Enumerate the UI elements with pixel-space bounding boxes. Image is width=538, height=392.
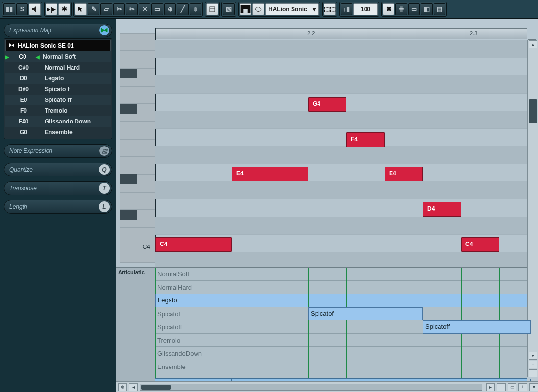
expression-map-row[interactable]: F#0Glissando Down: [5, 116, 111, 127]
show-info-button[interactable]: [206, 3, 218, 15]
scroll-thumb[interactable]: [141, 385, 171, 390]
midi-note[interactable]: D4: [423, 202, 461, 217]
articulation-event[interactable]: Legato: [155, 294, 308, 307]
toolbar: ▮▮ S ▸|▸ ✱ ✎ ▱ ✂ ✂ ✕ ▭ ⊕ ╱ ⎅ ▧ ▛▜ HALion…: [0, 0, 538, 19]
snap-button[interactable]: ✖: [383, 3, 394, 15]
quantize-header[interactable]: QuantizeQ: [4, 163, 112, 176]
zoom-tool[interactable]: ⊕: [164, 3, 176, 15]
length-header[interactable]: LengthL: [4, 200, 112, 214]
articulation-row[interactable]: Tremolo: [155, 334, 527, 347]
expression-map-row[interactable]: ▶C0◀Normal Soft: [5, 51, 111, 62]
suspend-autoscroll-button[interactable]: ✱: [58, 3, 70, 15]
note-expression-header[interactable]: Note Expression▧: [4, 144, 112, 158]
solo-button[interactable]: S: [16, 3, 28, 15]
midi-note[interactable]: E4: [385, 167, 423, 181]
expression-map-row[interactable]: D0Legato: [5, 73, 111, 84]
line-tool[interactable]: ╱: [177, 3, 189, 15]
zoom-in-h-button[interactable]: +: [518, 383, 527, 391]
articulation-event[interactable]: Spicatoff: [423, 320, 531, 334]
midi-note[interactable]: G4: [308, 97, 346, 112]
pointer-tool[interactable]: [75, 3, 87, 15]
quantize-preset-button[interactable]: ▭: [408, 3, 420, 15]
mute-tool[interactable]: ✕: [139, 3, 150, 15]
bowtie-icon: [9, 43, 15, 49]
scroll-right-button[interactable]: ▸: [486, 383, 495, 391]
instrument-name-field[interactable]: HALion Sonic▾: [265, 3, 319, 15]
expression-map-panel: Expression Map HALion Sonic SE 01 ▶C0◀No…: [4, 24, 112, 139]
iterative-q-button[interactable]: ◧: [421, 3, 433, 15]
zoom-menu-button[interactable]: ▾: [529, 383, 538, 391]
expression-map-title[interactable]: HALion Sonic SE 01: [5, 40, 111, 51]
articulation-row[interactable]: Ensemble: [155, 360, 527, 373]
expression-map-row[interactable]: D#0Spicato f: [5, 84, 111, 95]
articulation-event[interactable]: Spicatof: [308, 307, 423, 320]
expression-map-row[interactable]: F0Tremolo: [5, 105, 111, 116]
expression-map-row[interactable]: G0Ensemble: [5, 127, 111, 138]
insert-mode-button[interactable]: ⬚⬚: [324, 3, 336, 15]
insert-velocity-icon[interactable]: ↓▮: [341, 3, 352, 15]
auto-scroll-button[interactable]: ▸|▸: [46, 3, 57, 15]
expression-map-row[interactable]: E0Spicato ff: [5, 95, 111, 105]
split-tool[interactable]: ✂: [126, 3, 138, 15]
acoustic-feedback-button[interactable]: [29, 3, 41, 15]
part-indicator[interactable]: ▛▜: [240, 3, 251, 15]
zoom-out-v-button[interactable]: −: [529, 361, 537, 368]
trim-tool[interactable]: ✂: [113, 3, 125, 15]
scroll-left-button[interactable]: ◂: [129, 383, 138, 391]
midi-note[interactable]: C4: [461, 237, 499, 252]
articulation-grid[interactable]: NormalSoftNormalHardLegatoSpicatofSpicat…: [155, 268, 527, 385]
zoom-out-h-button[interactable]: −: [497, 383, 506, 391]
bowtie-icon[interactable]: [99, 25, 110, 36]
zoom-in-v-button[interactable]: +: [529, 369, 537, 377]
articulation-lane: Articulatic NormalSoftNormalHardLegatoSp…: [116, 267, 527, 385]
scroll-thumb[interactable]: [529, 99, 537, 123]
glue-tool[interactable]: ▭: [151, 3, 163, 15]
transpose-header[interactable]: TransposeT: [4, 181, 112, 195]
expression-map-header[interactable]: Expression Map: [4, 24, 112, 37]
articulation-row[interactable]: NormalHard: [155, 281, 527, 294]
articulation-row[interactable]: GlissandoDown: [155, 347, 527, 360]
midi-note[interactable]: C4: [155, 237, 232, 252]
horizontal-scrollbar[interactable]: ⊕ ◂ ▸ − ▭ + ▾: [116, 381, 538, 392]
length-icon: L: [99, 201, 110, 212]
edit-active-part-button[interactable]: [252, 3, 264, 15]
note-expression-toggle[interactable]: ▧: [223, 3, 235, 15]
transpose-icon: T: [99, 183, 110, 194]
q-settings-button[interactable]: ▤: [434, 3, 445, 15]
piano-keyboard[interactable]: C4: [116, 40, 155, 267]
svg-rect-0: [210, 7, 215, 12]
zoom-slider[interactable]: ▭: [508, 383, 516, 391]
solo-editor-button[interactable]: ▮▮: [3, 3, 15, 15]
note-grid[interactable]: C4E4G4F4E4D4C4: [155, 40, 527, 267]
erase-tool[interactable]: ▱: [100, 3, 112, 15]
timewarp-tool[interactable]: ⎅: [190, 3, 201, 15]
quantize-icon: Q: [99, 164, 110, 175]
scrub-button[interactable]: ⊕: [118, 383, 127, 391]
snap-type-button[interactable]: ⋕: [395, 3, 407, 15]
keyboard-c4-label: C4: [130, 243, 154, 250]
note-expression-icon: ▧: [99, 146, 110, 156]
ruler[interactable]: 2.22.3: [155, 28, 527, 39]
midi-note[interactable]: E4: [232, 167, 308, 181]
articulation-lane-label: Articulatic: [118, 270, 145, 275]
expression-map-row[interactable]: C#0Normal Hard: [5, 62, 111, 73]
scroll-down-button[interactable]: ▾: [529, 352, 537, 360]
scroll-up-button[interactable]: ▴: [529, 40, 537, 48]
inspector: Expression Map HALion Sonic SE 01 ▶C0◀No…: [0, 19, 116, 392]
midi-note[interactable]: F4: [346, 132, 385, 147]
key-editor: ▸ HALion Sonic SE 01 2.22.3 ▾ C4 C4E4G4F…: [116, 19, 538, 392]
ruler-mark: 2.2: [307, 30, 315, 36]
draw-tool[interactable]: ✎: [88, 3, 99, 15]
ruler-mark: 2.3: [470, 30, 477, 36]
insert-velocity-field[interactable]: 100: [353, 3, 378, 15]
articulation-row[interactable]: NormalSoft: [155, 268, 527, 281]
